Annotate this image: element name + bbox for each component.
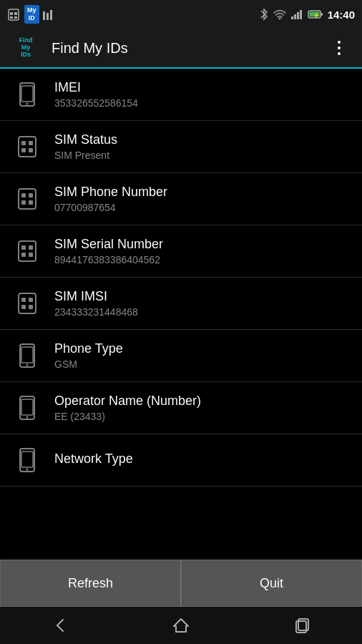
item-value: 353326552586154 [54,97,138,109]
svg-rect-31 [21,245,26,250]
three-dots-icon [338,41,341,55]
svg-rect-28 [21,200,26,205]
recents-icon [292,615,312,635]
list-item: SIM StatusSIM Present [0,121,362,173]
bottom-buttons: Refresh Quit [0,560,362,607]
svg-rect-11 [297,12,299,19]
svg-rect-24 [29,148,33,152]
app-logo: Find My IDs [19,37,33,59]
svg-rect-9 [291,16,293,19]
svg-rect-14 [321,13,323,16]
phone-icon [14,343,40,369]
wifi-icon [273,9,286,19]
item-label: SIM IMSI [54,289,138,304]
item-label: SIM Serial Number [54,237,163,252]
back-button[interactable] [39,613,82,638]
signal-icon [290,9,303,19]
item-label: IMEI [54,80,138,95]
back-icon [50,615,70,635]
svg-rect-5 [43,11,45,20]
nav-bar [0,607,362,644]
recents-button[interactable] [280,613,323,638]
svg-rect-33 [21,253,26,257]
overflow-menu-button[interactable] [328,36,351,59]
svg-rect-29 [29,200,33,205]
svg-rect-22 [29,141,33,145]
status-right: ⚡ 14:40 [259,8,355,21]
bluetooth-icon [259,8,269,21]
item-value: 234333231448468 [54,306,138,318]
svg-rect-3 [10,16,13,19]
svg-rect-12 [300,10,302,19]
sim-icon-container [11,131,43,162]
refresh-button[interactable]: Refresh [0,560,181,607]
sim-icon-container [11,183,43,215]
sim-icon [14,186,40,212]
quit-button[interactable]: Quit [181,560,362,607]
svg-rect-21 [21,141,26,145]
svg-rect-25 [19,189,36,209]
myid-badge: MyID [24,5,39,24]
battery-icon: ⚡ [308,9,323,19]
status-bar: MyID ⚡ [0,0,362,29]
item-label: Operator Name (Number) [54,394,201,409]
item-value: SIM Present [54,150,117,161]
list-item: IMEI353326552586154 [0,69,362,121]
phone-icon-container [11,340,43,371]
svg-rect-26 [21,193,26,197]
svg-rect-47 [21,452,33,467]
sim-icon-container [11,288,43,319]
list-item: SIM Phone Number07700987654 [0,173,362,225]
svg-point-42 [26,364,29,366]
sim-icon [14,238,40,264]
svg-rect-18 [21,86,33,102]
phone-icon-container [11,444,43,476]
phone-icon [14,395,40,421]
phone-icon-container [11,392,43,424]
item-value: GSM [54,358,123,370]
svg-rect-35 [19,293,36,313]
svg-rect-32 [29,245,33,250]
svg-rect-10 [294,14,296,19]
list-item: SIM Serial Number8944176383386404562 [0,225,362,278]
svg-point-48 [26,469,29,471]
svg-marker-49 [174,619,188,632]
page-title: Find My IDs [52,40,328,57]
svg-rect-38 [21,305,26,309]
svg-rect-41 [21,347,33,363]
item-label: Phone Type [54,341,123,356]
clock: 14:40 [328,9,355,21]
sim-icon [14,291,40,316]
phone-icon-container [11,79,43,110]
svg-rect-37 [29,298,33,302]
svg-point-45 [26,416,29,419]
item-label: SIM Status [54,132,117,147]
sim-icon [14,134,40,160]
phone-icon [14,447,40,473]
svg-rect-34 [29,253,33,257]
svg-rect-30 [19,241,36,261]
list-item: Operator Name (Number)EE (23433) [0,382,362,434]
home-button[interactable] [160,613,202,638]
svg-rect-2 [14,12,17,15]
bars-icon [42,9,55,20]
list-container: IMEI353326552586154 SIM StatusSIM Presen… [0,69,362,560]
svg-rect-20 [19,137,36,157]
list-item: Network Type [0,434,362,487]
svg-point-8 [278,18,280,20]
svg-rect-39 [29,305,33,309]
svg-point-19 [26,103,29,105]
svg-rect-27 [29,193,33,197]
svg-text:⚡: ⚡ [313,12,320,19]
svg-rect-4 [14,16,17,19]
list-item: SIM IMSI234333231448468 [0,278,362,330]
sim-icon-container [11,235,43,267]
top-bar: Find My IDs Find My IDs [0,29,362,69]
app-icon: Find My IDs [11,34,40,62]
svg-rect-44 [21,399,33,415]
svg-rect-46 [20,449,34,472]
svg-rect-6 [47,13,49,20]
svg-rect-7 [50,10,52,20]
item-label: Network Type [54,452,133,467]
svg-rect-23 [21,148,26,152]
